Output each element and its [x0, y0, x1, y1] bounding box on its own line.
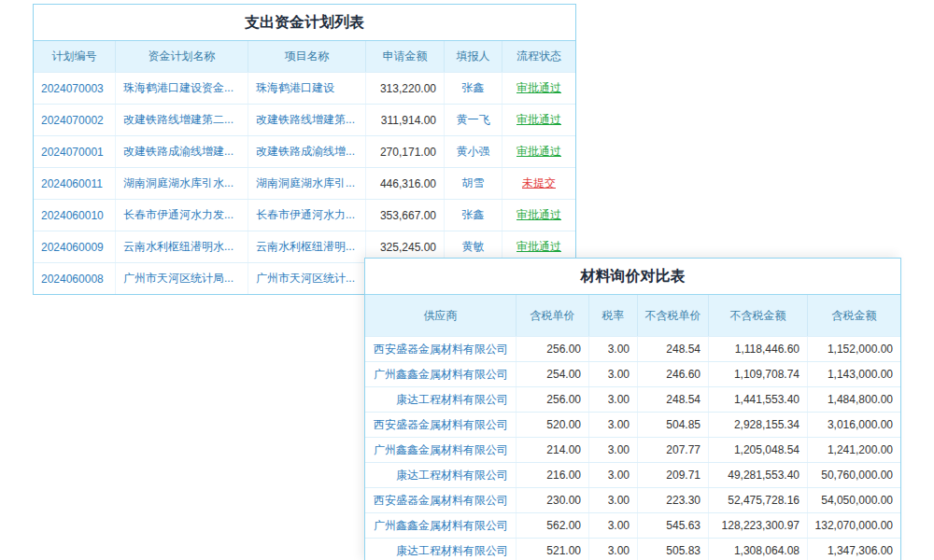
- supplier-link[interactable]: 康达工程材料有限公司: [365, 387, 517, 412]
- project-name-link[interactable]: 云南水利枢纽潜明...: [248, 231, 366, 262]
- apply-amount-value: 311,914.00: [366, 105, 445, 135]
- fund-plan-row: 2024060010长春市伊通河水力发...长春市伊通河水力...353,667…: [34, 199, 575, 231]
- tax-rate-value: 3.00: [589, 539, 638, 560]
- fund-plan-row: 2024070003珠海鹤港口建设资金...珠海鹤港口建设313,220.00张…: [34, 72, 575, 104]
- tax-excl-amount: 1,109,708.74: [709, 362, 808, 386]
- tax-excl-amount: 1,118,446.60: [709, 337, 808, 361]
- project-name-link[interactable]: 长春市伊通河水力...: [248, 200, 366, 231]
- tax-rate-value: 3.00: [589, 463, 638, 487]
- tax-incl-unit-price: 230.00: [517, 488, 589, 512]
- material-table-body: 西安盛器金属材料有限公司256.003.00248.541,118,446.60…: [365, 336, 900, 560]
- tax-rate-value: 3.00: [589, 387, 638, 412]
- col-header-apply-amount: 申请金额: [366, 41, 445, 72]
- fund-plan-name-link[interactable]: 广州市天河区统计局...: [116, 263, 248, 294]
- material-quote-row: 康达工程材料有限公司256.003.00248.541,441,553.401,…: [365, 386, 900, 412]
- supplier-link[interactable]: 西安盛器金属材料有限公司: [365, 337, 517, 361]
- tax-excl-unit-price: 505.83: [638, 539, 709, 560]
- tax-excl-unit-price: 223.30: [638, 488, 709, 512]
- apply-amount-value: 270,171.00: [366, 136, 445, 167]
- fund-plan-name-link[interactable]: 珠海鹤港口建设资金...: [116, 73, 248, 104]
- fund-plan-name-link[interactable]: 湖南洞庭湖水库引水...: [116, 168, 248, 199]
- tax-incl-amount: 54,050,000.00: [808, 488, 900, 512]
- tax-excl-unit-price: 207.77: [638, 438, 709, 462]
- reporter-link[interactable]: 胡雪: [445, 168, 502, 199]
- material-inquiry-panel: 材料询价对比表 供应商 含税单价 税率 不含税单价 不含税金额 含税金额 西安盛…: [364, 258, 901, 560]
- tax-excl-amount: 1,441,553.40: [709, 387, 808, 412]
- flow-status-link[interactable]: 未提交: [502, 168, 575, 199]
- tax-excl-unit-price: 248.54: [638, 337, 709, 361]
- plan-id-link[interactable]: 2024070001: [34, 136, 116, 167]
- tax-rate-value: 3.00: [589, 413, 638, 437]
- tax-excl-amount: 128,223,300.97: [709, 513, 808, 538]
- fund-plan-name-link[interactable]: 改建铁路线增建第二...: [116, 105, 248, 135]
- col-header-reporter: 填报人: [445, 41, 502, 72]
- project-name-link[interactable]: 改建铁路成渝线增...: [248, 136, 366, 167]
- fund-plan-name-link[interactable]: 云南水利枢纽潜明水...: [116, 231, 248, 262]
- fund-plan-row: 2024060011湖南洞庭湖水库引水...湖南洞庭湖水库引...446,316…: [34, 167, 575, 199]
- material-quote-row: 康达工程材料有限公司521.003.00505.831,308,064.081,…: [365, 538, 900, 560]
- flow-status-link[interactable]: 审批通过: [502, 73, 575, 104]
- tax-incl-amount: 132,070,000.00: [808, 513, 900, 538]
- reporter-link[interactable]: 张鑫: [445, 200, 502, 231]
- fund-plan-row: 2024070001改建铁路成渝线增建...改建铁路成渝线增...270,171…: [34, 135, 575, 167]
- project-name-link[interactable]: 珠海鹤港口建设: [248, 73, 366, 104]
- flow-status-link[interactable]: 审批通过: [502, 136, 575, 167]
- col-header-notax-amount: 不含税金额: [709, 295, 808, 336]
- tax-incl-amount: 50,760,000.00: [808, 463, 900, 487]
- tax-incl-unit-price: 216.00: [517, 463, 589, 487]
- fund-plan-table-header: 计划编号 资金计划名称 项目名称 申请金额 填报人 流程状态: [34, 41, 575, 72]
- supplier-link[interactable]: 康达工程材料有限公司: [365, 463, 517, 487]
- tax-excl-unit-price: 209.71: [638, 463, 709, 487]
- tax-incl-unit-price: 214.00: [517, 438, 589, 462]
- tax-excl-amount: 1,308,064.08: [709, 539, 808, 560]
- supplier-link[interactable]: 康达工程材料有限公司: [365, 539, 517, 560]
- tax-incl-unit-price: 562.00: [517, 513, 589, 538]
- col-header-tax-rate: 税率: [589, 295, 638, 336]
- flow-status-link[interactable]: 审批通过: [502, 105, 575, 135]
- tax-incl-amount: 1,241,200.00: [808, 438, 900, 462]
- apply-amount-value: 353,667.00: [366, 200, 445, 231]
- project-name-link[interactable]: 广州市天河区统计...: [248, 263, 366, 294]
- col-header-plan-id: 计划编号: [34, 41, 116, 72]
- fund-plan-list-panel: 支出资金计划列表 计划编号 资金计划名称 项目名称 申请金额 填报人 流程状态 …: [33, 4, 576, 295]
- tax-incl-amount: 1,152,000.00: [808, 337, 900, 361]
- tax-excl-amount: 1,205,048.54: [709, 438, 808, 462]
- plan-id-link[interactable]: 2024070003: [34, 73, 116, 104]
- tax-excl-amount: 49,281,553.40: [709, 463, 808, 487]
- tax-rate-value: 3.00: [589, 362, 638, 386]
- col-header-flow-status: 流程状态: [502, 41, 575, 72]
- plan-id-link[interactable]: 2024070002: [34, 105, 116, 135]
- apply-amount-value: 446,316.00: [366, 168, 445, 199]
- flow-status-link[interactable]: 审批通过: [502, 200, 575, 231]
- tax-incl-amount: 1,143,000.00: [808, 362, 900, 386]
- tax-incl-unit-price: 521.00: [517, 539, 589, 560]
- col-header-supplier: 供应商: [365, 295, 517, 336]
- tax-incl-unit-price: 520.00: [517, 413, 589, 437]
- plan-id-link[interactable]: 2024060009: [34, 231, 116, 262]
- supplier-link[interactable]: 西安盛器金属材料有限公司: [365, 413, 517, 437]
- tax-excl-unit-price: 248.54: [638, 387, 709, 412]
- supplier-link[interactable]: 西安盛器金属材料有限公司: [365, 488, 517, 512]
- col-header-notax-unit-price: 不含税单价: [638, 295, 709, 336]
- fund-plan-name-link[interactable]: 改建铁路成渝线增建...: [116, 136, 248, 167]
- plan-id-link[interactable]: 2024060010: [34, 200, 116, 231]
- plan-id-link[interactable]: 2024060008: [34, 263, 116, 294]
- supplier-link[interactable]: 广州鑫鑫金属材料有限公司: [365, 438, 517, 462]
- tax-incl-amount: 1,347,306.00: [808, 539, 900, 560]
- project-name-link[interactable]: 湖南洞庭湖水库引...: [248, 168, 366, 199]
- reporter-link[interactable]: 黄小强: [445, 136, 502, 167]
- tax-incl-amount: 3,016,000.00: [808, 413, 900, 437]
- tax-rate-value: 3.00: [589, 513, 638, 538]
- tax-incl-unit-price: 256.00: [517, 387, 589, 412]
- reporter-link[interactable]: 黄一飞: [445, 105, 502, 135]
- material-quote-row: 广州鑫鑫金属材料有限公司214.003.00207.771,205,048.54…: [365, 437, 900, 462]
- fund-plan-row: 2024070002改建铁路线增建第二...改建铁路线增建第...311,914…: [34, 104, 575, 135]
- fund-plan-name-link[interactable]: 长春市伊通河水力发...: [116, 200, 248, 231]
- supplier-link[interactable]: 广州鑫鑫金属材料有限公司: [365, 513, 517, 538]
- tax-incl-unit-price: 256.00: [517, 337, 589, 361]
- supplier-link[interactable]: 广州鑫鑫金属材料有限公司: [365, 362, 517, 386]
- project-name-link[interactable]: 改建铁路线增建第...: [248, 105, 366, 135]
- reporter-link[interactable]: 张鑫: [445, 73, 502, 104]
- plan-id-link[interactable]: 2024060011: [34, 168, 116, 199]
- tax-incl-amount: 1,484,800.00: [808, 387, 900, 412]
